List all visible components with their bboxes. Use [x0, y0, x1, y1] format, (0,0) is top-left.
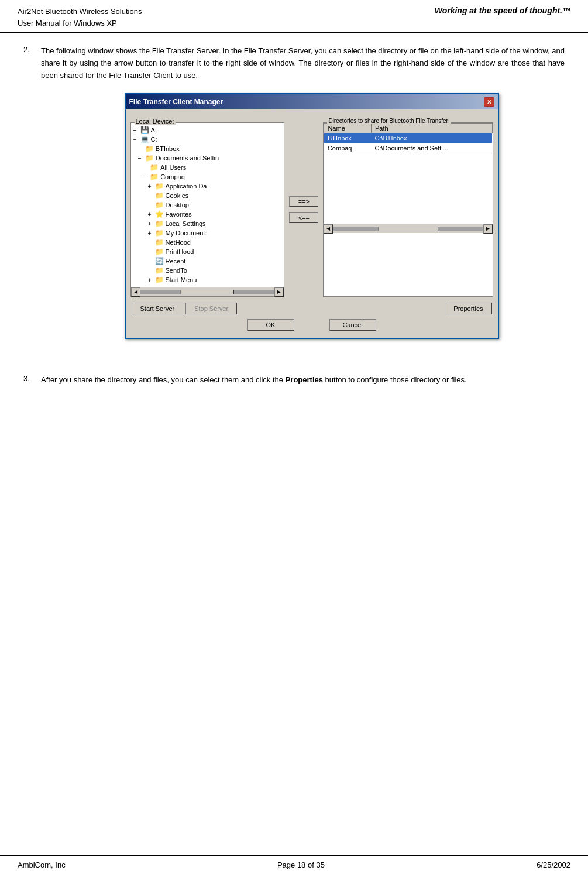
main-content: 2. The following window shows the File T… [0, 33, 588, 412]
page-footer: AmbiCom, Inc Page 18 of 35 6/25/2002 [0, 855, 588, 874]
tree-item[interactable]: 📁NetHood [133, 238, 282, 247]
page-header: Air2Net Bluetooth Wireless Solutions Use… [0, 0, 588, 33]
shared-dirs-table: Name Path BTInboxC:\BTInboxCompaqC:\Docu… [324, 123, 492, 153]
dialog-title: File Transfer Client Manager [129, 98, 223, 106]
dialog-close-button[interactable]: ✕ [484, 97, 494, 107]
dialog-body: Local Device: +💾A:−💻C: 📁BTInbox −📁Docume… [126, 109, 498, 338]
shared-dirs-label: Directories to share for Bluetooth File … [327, 118, 451, 124]
shared-row-path: C:\Documents and Setti... [371, 143, 492, 153]
step-3-text: After you share the directory and files,… [41, 374, 467, 386]
company-name: Air2Net Bluetooth Wireless Solutions [18, 6, 142, 18]
dialog-screenshot: File Transfer Client Manager ✕ Local Dev… [59, 93, 565, 339]
tree-item[interactable]: +📁Local Settings [133, 219, 282, 228]
tree-item[interactable]: +📁Start Menu [133, 275, 282, 285]
tree-item[interactable]: 📁BTInbox [133, 144, 282, 153]
col-name: Name [324, 124, 372, 133]
header-left: Air2Net Bluetooth Wireless Solutions Use… [18, 6, 142, 29]
scroll-thumb[interactable] [180, 290, 234, 294]
step-3-number: 3. [23, 374, 41, 386]
transfer-right-button[interactable]: ==> [289, 196, 318, 207]
step-3-text-before: After you share the directory and files,… [41, 375, 286, 384]
step-3: 3. After you share the directory and fil… [23, 374, 565, 386]
step-2: 2. The following window shows the File T… [23, 45, 565, 357]
step-2-text: The following window shows the File Tran… [41, 45, 565, 81]
right-scroll-track[interactable] [333, 227, 483, 231]
tree-item[interactable]: −📁Documents and Settin [133, 153, 282, 163]
right-scroll-left-btn[interactable]: ◀ [324, 224, 333, 234]
step-3-text-after: button to configure those directory or f… [323, 375, 467, 384]
footer-date: 6/25/2002 [537, 861, 570, 869]
right-scroll-thumb[interactable] [378, 227, 438, 231]
tagline: Working at the speed of thought.™ [435, 6, 570, 15]
properties-button[interactable]: Properties [445, 303, 491, 314]
scroll-right-btn[interactable]: ▶ [274, 287, 284, 297]
dialog-titlebar: File Transfer Client Manager ✕ [126, 94, 498, 109]
file-transfer-dialog: File Transfer Client Manager ✕ Local Dev… [125, 93, 499, 339]
shared-row-name: BTInbox [324, 133, 372, 143]
col-path: Path [371, 124, 492, 133]
scroll-track[interactable] [140, 290, 275, 294]
right-scroll-right-btn[interactable]: ▶ [483, 224, 493, 234]
transfer-buttons: ==> <== [287, 122, 321, 297]
tree-item[interactable]: 🔄Recent [133, 256, 282, 266]
shared-row[interactable]: BTInboxC:\BTInbox [324, 133, 492, 143]
tree-item[interactable]: 📁Cookies [133, 191, 282, 200]
tree-item[interactable]: 📁Desktop [133, 200, 282, 210]
tree-item[interactable]: −💻C: [133, 135, 282, 144]
step-2-number: 2. [23, 45, 41, 357]
transfer-left-button[interactable]: <== [289, 212, 318, 223]
left-scrollbar-h[interactable]: ◀ ▶ [131, 287, 284, 296]
dialog-ok-cancel-row: OK Cancel [130, 317, 493, 333]
shared-row-path: C:\BTInbox [371, 133, 492, 143]
dialog-bottom-row1: Start Server Stop Server Properties [130, 300, 493, 317]
tree-item[interactable]: +📁Application Da [133, 181, 282, 191]
tree-item[interactable]: 📁All Users [133, 163, 282, 172]
manual-title: User Manual for Windows XP [18, 18, 142, 29]
tree-item[interactable]: 📁SendTo [133, 266, 282, 275]
local-device-label: Local Device: [135, 118, 176, 125]
ok-button[interactable]: OK [247, 319, 294, 331]
footer-page: Page 18 of 35 [277, 861, 325, 869]
start-server-button[interactable]: Start Server [132, 303, 184, 314]
scroll-left-btn[interactable]: ◀ [131, 287, 140, 297]
server-buttons: Start Server Stop Server [132, 303, 238, 314]
stop-server-button[interactable]: Stop Server [185, 303, 237, 314]
footer-company: AmbiCom, Inc [18, 861, 66, 869]
cancel-button[interactable]: Cancel [329, 319, 376, 331]
right-scrollbar-h[interactable]: ◀ ▶ [324, 224, 492, 233]
shared-row[interactable]: CompaqC:\Documents and Setti... [324, 143, 492, 153]
tree-view[interactable]: +💾A:−💻C: 📁BTInbox −📁Documents and Settin… [131, 123, 284, 287]
tree-item[interactable]: +📁My Document: [133, 228, 282, 238]
tree-item[interactable]: +💾A: [133, 125, 282, 135]
tree-item[interactable]: −📁Compaq [133, 172, 282, 181]
step-3-bold: Properties [286, 375, 323, 384]
tree-item[interactable]: 📁PrintHood [133, 247, 282, 256]
tree-item[interactable]: +⭐Favorites [133, 210, 282, 219]
shared-row-name: Compaq [324, 143, 372, 153]
